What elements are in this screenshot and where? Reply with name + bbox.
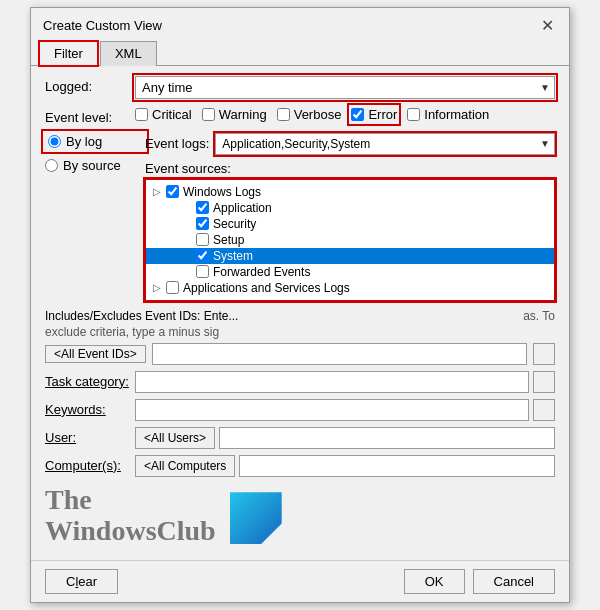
error-checkbox-wrap: Error — [351, 107, 397, 122]
logged-label: Logged: — [45, 76, 135, 94]
keywords-label: Keywords: — [45, 399, 135, 417]
windows-logs-label: Windows Logs — [183, 185, 261, 199]
logged-control: Any time Last hour Last 12 hours Last 24… — [135, 76, 555, 99]
all-users-button[interactable]: <All Users> — [135, 427, 215, 449]
includes-row: Includes/Excludes Event IDs: Ente... as.… — [45, 309, 555, 365]
task-category-dropdown[interactable] — [533, 371, 555, 393]
computer-row: Computer(s): <All Computers — [45, 455, 555, 477]
ok-button[interactable]: OK — [404, 569, 465, 594]
tree-system[interactable]: System — [146, 248, 554, 264]
keywords-area — [135, 399, 555, 421]
task-category-row: Task category: — [45, 371, 555, 393]
system-checkbox[interactable] — [196, 249, 209, 262]
title-bar: Create Custom View ✕ — [31, 8, 569, 40]
by-log-label: By log — [66, 134, 102, 149]
logged-select[interactable]: Any time Last hour Last 12 hours Last 24… — [136, 77, 554, 98]
verbose-checkbox[interactable] — [277, 108, 290, 121]
setup-checkbox[interactable] — [196, 233, 209, 246]
event-ids-input-row: <All Event IDs> — [45, 343, 555, 365]
verbose-label: Verbose — [294, 107, 342, 122]
keywords-input[interactable] — [135, 399, 529, 421]
all-event-ids-button[interactable]: <All Event IDs> — [45, 345, 146, 363]
keywords-row: Keywords: — [45, 399, 555, 421]
tree-setup[interactable]: Setup — [146, 232, 554, 248]
computer-area: <All Computers — [135, 455, 555, 477]
app-services-label: Applications and Services Logs — [183, 281, 350, 295]
error-checkbox[interactable] — [351, 108, 364, 121]
security-label: Security — [213, 217, 256, 231]
verbose-checkbox-label[interactable]: Verbose — [277, 107, 342, 122]
radio-group: By log By source — [45, 133, 145, 173]
tree-security[interactable]: Security — [146, 216, 554, 232]
event-logs-row: Event logs: Application,Security,System … — [145, 133, 555, 155]
task-category-input[interactable] — [135, 371, 529, 393]
close-button[interactable]: ✕ — [537, 16, 557, 36]
setup-label: Setup — [213, 233, 244, 247]
by-source-radio-label[interactable]: By source — [45, 158, 145, 173]
event-logs-area: Event logs: Application,Security,System … — [145, 133, 555, 301]
logged-row: Logged: Any time Last hour Last 12 hours… — [45, 76, 555, 99]
windows-logs-checkbox[interactable] — [166, 185, 179, 198]
warning-checkbox[interactable] — [202, 108, 215, 121]
tab-xml[interactable]: XML — [100, 41, 157, 66]
create-custom-view-dialog: Create Custom View ✕ Filter XML Logged: … — [30, 7, 570, 604]
security-checkbox[interactable] — [196, 217, 209, 230]
information-label: Information — [424, 107, 489, 122]
critical-checkbox[interactable] — [135, 108, 148, 121]
includes-label: Includes/Excludes Event IDs: Ente... — [45, 309, 238, 323]
by-log-radio[interactable] — [48, 135, 61, 148]
event-ids-input[interactable] — [152, 343, 527, 365]
event-ids-dropdown[interactable] — [533, 343, 555, 365]
forwarded-label: Forwarded Events — [213, 265, 310, 279]
computer-input[interactable] — [239, 455, 555, 477]
cancel-button[interactable]: Cancel — [473, 569, 555, 594]
by-log-radio-label[interactable]: By log — [45, 133, 145, 150]
all-computers-button[interactable]: <All Computers — [135, 455, 235, 477]
tree-application[interactable]: Application — [146, 200, 554, 216]
event-level-checkboxes: Critical Warning Verbose Error — [135, 107, 555, 122]
event-logs-select[interactable]: Application,Security,System — [216, 134, 554, 154]
user-watermark-area: User: <All Users> Computer(s): <All Comp… — [45, 427, 555, 483]
clear-button[interactable]: Clear — [45, 569, 118, 594]
excludes-hint: exclude criteria, type a minus sig — [45, 325, 555, 339]
user-input[interactable] — [219, 427, 555, 449]
watermark-area: The WindowsClub — [45, 485, 555, 547]
includes-label-row: Includes/Excludes Event IDs: Ente... as.… — [45, 309, 555, 323]
tree-forwarded[interactable]: Forwarded Events — [146, 264, 554, 280]
watermark-line1: The — [45, 485, 216, 516]
information-checkbox[interactable] — [407, 108, 420, 121]
logged-select-wrapper: Any time Last hour Last 12 hours Last 24… — [135, 76, 555, 99]
warning-label: Warning — [219, 107, 267, 122]
computer-label: Computer(s): — [45, 455, 135, 473]
app-services-checkbox[interactable] — [166, 281, 179, 294]
information-checkbox-label[interactable]: Information — [407, 107, 489, 122]
user-controls: <All Users> — [135, 427, 555, 449]
windows-logo-icon — [230, 492, 282, 544]
dialog-title: Create Custom View — [43, 18, 162, 33]
system-label: System — [213, 249, 253, 263]
tab-filter[interactable]: Filter — [39, 41, 98, 66]
error-checkbox-label[interactable]: Error — [351, 107, 397, 122]
critical-checkbox-label[interactable]: Critical — [135, 107, 192, 122]
user-label: User: — [45, 427, 135, 445]
tree-app-services[interactable]: ▷ Applications and Services Logs — [146, 280, 554, 296]
event-sources-label: Event sources: — [145, 161, 555, 176]
by-source-radio[interactable] — [45, 159, 58, 172]
event-logs-select-wrapper: Application,Security,System ▼ — [215, 133, 555, 155]
warning-checkbox-label[interactable]: Warning — [202, 107, 267, 122]
keywords-controls — [135, 399, 555, 421]
app-services-expand-icon: ▷ — [150, 282, 164, 293]
forwarded-checkbox[interactable] — [196, 265, 209, 278]
radio-group-area: By log By source — [45, 133, 145, 173]
watermark-line2: WindowsClub — [45, 516, 216, 547]
dialog-body: Logged: Any time Last hour Last 12 hours… — [31, 66, 569, 557]
includes-hint: as. To — [523, 309, 555, 323]
task-category-controls — [135, 371, 555, 393]
keywords-dropdown[interactable] — [533, 399, 555, 421]
event-sources-tree: ▷ Windows Logs Application Securi — [145, 179, 555, 301]
user-area: <All Users> — [135, 427, 555, 449]
application-checkbox[interactable] — [196, 201, 209, 214]
computer-controls: <All Computers — [135, 455, 555, 477]
tree-windows-logs[interactable]: ▷ Windows Logs — [146, 184, 554, 200]
log-source-row: By log By source Event logs: Applica — [45, 133, 555, 301]
